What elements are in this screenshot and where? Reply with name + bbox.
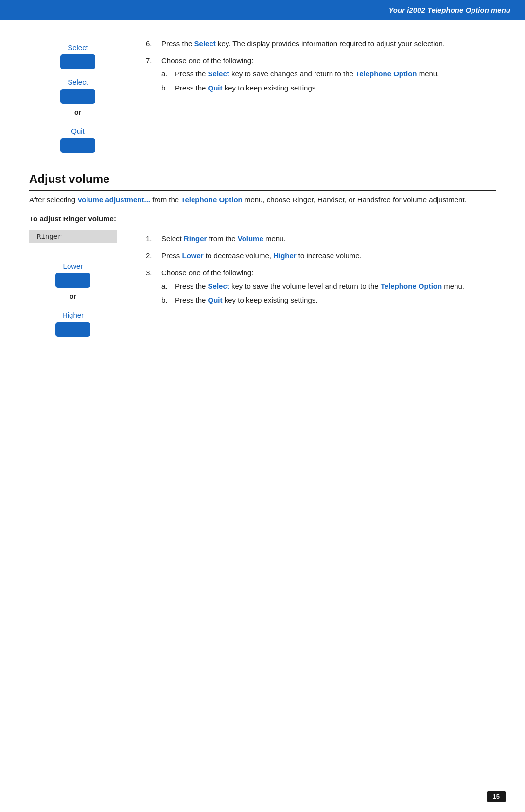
volume-adjustment-ref: Volume adjustment...	[77, 196, 150, 204]
lower-label: Lower	[63, 262, 83, 270]
select-quit-col: Select Select or Quit	[29, 35, 126, 153]
intro-paragraph: After selecting Volume adjustment... fro…	[29, 195, 496, 206]
section1-steps: 6. Press the Select key. The display pro…	[146, 35, 496, 153]
higher-button[interactable]	[55, 322, 90, 337]
step-7-num: 7.	[146, 56, 157, 65]
ringer-step-2: 2. Press Lower to decrease volume, Highe…	[146, 252, 496, 260]
to-adjust-label: To adjust Ringer volume:	[29, 215, 496, 223]
page-number: 15	[487, 791, 506, 802]
select-key-ref-1: Select	[194, 39, 216, 48]
step-7: 7. Choose one of the following: a. Press…	[146, 56, 496, 92]
header-title: Your i2002 Telephone Option menu	[388, 6, 510, 14]
ringer-step-3-text: Choose one of the following:	[161, 269, 253, 277]
ringer-steps: 1. Select Ringer from the Volume menu. 2…	[146, 230, 496, 337]
ringer-section: Ringer Lower or Higher 1. Select Ringer …	[29, 230, 496, 337]
telephone-option-ref-2: Telephone Option	[181, 196, 242, 204]
ringer-step-3-subs: a. Press the Select key to save the volu…	[146, 282, 496, 304]
step-6: 6. Press the Select key. The display pro…	[146, 39, 496, 48]
step-7-subs: a. Press the Select key to save changes …	[146, 70, 496, 92]
header-bar: Your i2002 Telephone Option menu	[0, 0, 525, 20]
ringer-step-3b-text: Press the Quit key to keep existing sett…	[175, 296, 317, 304]
select-label-2: Select	[68, 78, 88, 86]
select-button-2[interactable]	[60, 89, 95, 104]
quit-key-ref-1: Quit	[208, 84, 223, 92]
ringer-step-1-text: Select Ringer from the Volume menu.	[161, 235, 286, 243]
quit-label: Quit	[71, 127, 85, 135]
ringer-step-3b-letter: b.	[161, 296, 170, 304]
ringer-step-3b: b. Press the Quit key to keep existing s…	[161, 296, 496, 304]
ringer-left-col: Ringer Lower or Higher	[29, 230, 126, 337]
quit-button-1[interactable]	[60, 138, 95, 153]
step-7b-text: Press the Quit key to keep existing sett…	[175, 84, 317, 92]
step-6-num: 6.	[146, 39, 157, 48]
ringer-step-3a: a. Press the Select key to save the volu…	[161, 282, 496, 290]
ringer-step-3a-text: Press the Select key to save the volume …	[175, 282, 464, 290]
ringer-step-3-num: 3.	[146, 269, 157, 277]
telephone-option-ref-1: Telephone Option	[355, 70, 417, 78]
ringer-step-1: 1. Select Ringer from the Volume menu.	[146, 235, 496, 243]
ringer-keys: Lower or Higher	[29, 253, 117, 337]
ringer-key-ref: Ringer	[184, 235, 207, 243]
ringer-step-3a-letter: a.	[161, 282, 170, 290]
higher-key-ref: Higher	[273, 252, 297, 260]
or-label-1: or	[74, 108, 81, 116]
telephone-option-ref-3: Telephone Option	[381, 282, 442, 290]
select-key-ref-3: Select	[208, 282, 229, 290]
step-7a-text: Press the Select key to save changes and…	[175, 70, 439, 78]
select-label-1: Select	[68, 43, 88, 52]
lower-button[interactable]	[55, 273, 90, 288]
ringer-display: Ringer	[29, 230, 117, 243]
higher-label: Higher	[62, 311, 84, 319]
step-7a: a. Press the Select key to save changes …	[161, 70, 496, 78]
or-label-2: or	[70, 292, 76, 300]
ringer-step-3: 3. Choose one of the following: a. Press…	[146, 269, 496, 304]
section-top: Select Select or Quit 6. Press the Selec…	[29, 35, 496, 153]
ringer-step-2-text: Press Lower to decrease volume, Higher t…	[161, 252, 362, 260]
step-7-text: Choose one of the following:	[161, 56, 253, 65]
page-content: Select Select or Quit 6. Press the Selec…	[0, 20, 525, 366]
adjust-volume-heading: Adjust volume	[29, 172, 496, 191]
quit-key-ref-2: Quit	[208, 296, 223, 304]
select-button-1[interactable]	[60, 54, 95, 69]
volume-menu-ref: Volume	[238, 235, 263, 243]
step-7b: b. Press the Quit key to keep existing s…	[161, 84, 496, 92]
step-7b-letter: b.	[161, 84, 170, 92]
lower-key-ref: Lower	[182, 252, 204, 260]
select-key-ref-2: Select	[208, 70, 229, 78]
step-6-text: Press the Select key. The display provid…	[161, 39, 445, 48]
ringer-step-1-num: 1.	[146, 235, 157, 243]
ringer-step-2-num: 2.	[146, 252, 157, 260]
step-7a-letter: a.	[161, 70, 170, 78]
